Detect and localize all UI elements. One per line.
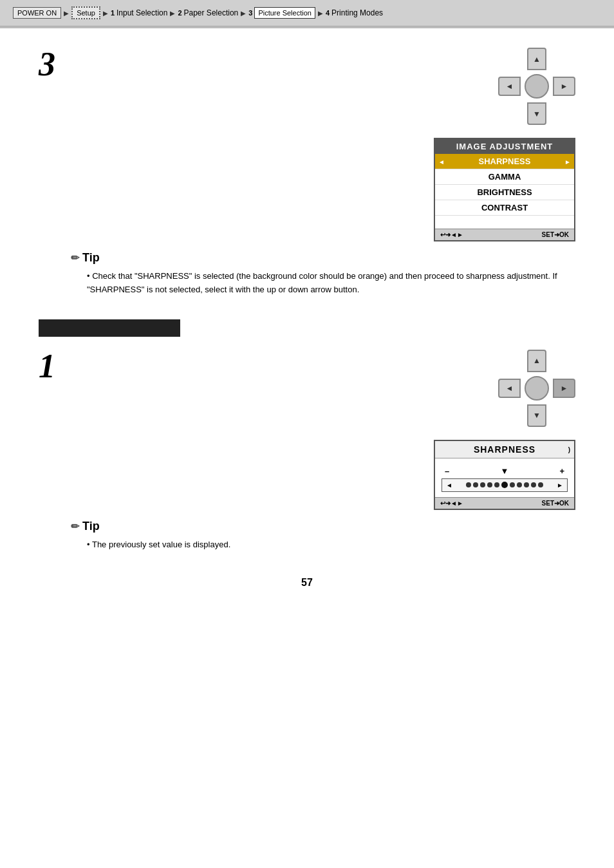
dot-6-active xyxy=(501,482,508,488)
dpad-down-btn[interactable]: ▼ xyxy=(527,102,546,125)
nav-picture-label: Picture Selection xyxy=(254,7,315,19)
scale-left-arrow: ◄ xyxy=(446,482,452,489)
screen3-item-brightness[interactable]: BRIGHTNESS xyxy=(435,185,574,200)
dpad-up-btn[interactable]: ▲ xyxy=(527,48,546,70)
step1-right: ▲ ▼ ◄ ► SHARPNESS xyxy=(434,350,575,510)
dpad1-down-btn[interactable]: ▼ xyxy=(527,404,546,427)
dpad1-right-arrow: ► xyxy=(561,384,568,393)
step3-tip-title: ✏ Tip xyxy=(71,251,575,265)
sharpness-screen-bottom: ↩➜◄► SET➜OK xyxy=(435,497,574,509)
dot-8 xyxy=(517,482,522,487)
sharpness-body: – ▼ + ◄ xyxy=(435,458,574,497)
nav-num-4: 4 xyxy=(326,9,330,17)
tip3-label: Tip xyxy=(82,251,100,265)
dot-5 xyxy=(494,482,499,487)
screen3-item-gamma[interactable]: GAMMA xyxy=(435,169,574,185)
step3-dpad-container: ▲ ▼ ◄ ► xyxy=(498,48,575,125)
step1-dpad: ▲ ▼ ◄ ► xyxy=(498,350,575,427)
step3-left: 3 xyxy=(39,48,421,241)
step1-left: 1 xyxy=(39,350,421,510)
scale-right-arrow: ► xyxy=(557,482,563,489)
tip1-icon: ✏ xyxy=(71,520,79,533)
dot-3 xyxy=(480,482,485,487)
step1-tip-text: The previously set value is displayed. xyxy=(80,538,575,552)
dpad1-up-btn[interactable]: ▲ xyxy=(527,350,546,372)
screen3-bottom: ↩➜◄► SET➜OK xyxy=(435,229,574,240)
step1-sharpness-screen: SHARPNESS ) – ▼ + ◄ xyxy=(434,440,575,510)
step1-tip-title: ✏ Tip xyxy=(71,520,575,533)
nav-input-label: Input Selection xyxy=(116,8,167,17)
screen3-item-contrast[interactable]: CONTRAST xyxy=(435,200,574,216)
dot-7 xyxy=(510,482,515,487)
sharpness-scale-labels: – ▼ + xyxy=(442,466,568,476)
dot-9 xyxy=(524,482,529,487)
screen3-left-arrow: ◄ xyxy=(438,158,445,165)
dpad-up-arrow: ▲ xyxy=(533,55,541,64)
dpad1-up-arrow: ▲ xyxy=(533,356,541,365)
scale-plus-label: + xyxy=(559,466,564,476)
screen3-title: IMAGE ADJUSTMENT xyxy=(435,139,574,154)
nav-power-on: POWER ON xyxy=(13,7,61,19)
nav-arrow-3: ▶ xyxy=(170,10,175,17)
nav-printing-label: Printing Modes xyxy=(331,8,383,17)
dot-11 xyxy=(538,482,543,487)
nav-arrow-1: ▶ xyxy=(64,10,69,17)
dpad-down-arrow: ▼ xyxy=(533,109,541,118)
dpad-right-arrow: ► xyxy=(561,82,568,91)
screen3-spacer xyxy=(435,216,574,229)
nav-printing-modes: 4Printing Modes xyxy=(326,8,383,17)
dpad1-center xyxy=(525,376,549,401)
page-number: 57 xyxy=(39,577,575,601)
dot-4 xyxy=(487,482,492,487)
step1-tip: ✏ Tip The previously set value is displa… xyxy=(71,520,575,552)
nav-setup-label: Setup xyxy=(71,6,100,19)
step3-right: ▲ ▼ ◄ ► IMAGE ADJUSTMENT xyxy=(434,48,575,241)
dpad1-left-btn[interactable]: ◄ xyxy=(498,379,521,398)
nav-paper-selection: 2Paper Selection xyxy=(178,8,238,17)
step3-screen: IMAGE ADJUSTMENT ◄ SHARPNESS ► GAMMA BRI… xyxy=(434,138,575,241)
tip1-label: Tip xyxy=(82,520,100,533)
nav-input-selection: 1Input Selection xyxy=(111,8,168,17)
nav-arrow-4: ▶ xyxy=(241,10,246,17)
navigation-bar: POWER ON ▶ Setup ▶ 1Input Selection ▶ 2P… xyxy=(0,0,614,26)
step3-tip-text: Check that "SHARPNESS" is selected (the … xyxy=(80,270,575,297)
dot-10 xyxy=(531,482,536,487)
step3-dpad: ▲ ▼ ◄ ► xyxy=(498,48,575,125)
scale-marker-label: ▼ xyxy=(500,466,508,476)
label-bar xyxy=(39,319,180,337)
dpad-right-btn[interactable]: ► xyxy=(553,77,575,96)
dpad1-right-btn[interactable]: ► xyxy=(553,379,575,398)
nav-picture-selection: 3Picture Selection xyxy=(248,7,315,19)
step1-section: 1 ▲ ▼ ◄ ► xyxy=(39,350,575,510)
nav-setup: Setup xyxy=(71,6,100,19)
scale-minus-label: – xyxy=(445,466,449,476)
nav-arrow-5: ▶ xyxy=(318,10,323,17)
sharpness-title: SHARPNESS ) xyxy=(435,441,574,458)
dpad1-down-arrow: ▼ xyxy=(533,411,541,420)
main-content: 3 ▲ ▼ ◄ ► xyxy=(0,28,614,621)
sharpness-bottom-right: SET➜OK xyxy=(542,500,569,507)
screen3-right-arrow: ► xyxy=(564,158,571,165)
screen3-bottom-left: ↩➜◄► xyxy=(440,231,463,238)
nav-num-3: 3 xyxy=(248,9,252,17)
dpad-center xyxy=(525,74,549,99)
step3-tip: ✏ Tip Check that "SHARPNESS" is selected… xyxy=(71,251,575,297)
nav-power-on-label: POWER ON xyxy=(13,7,61,19)
nav-num-1: 1 xyxy=(111,9,115,17)
sharpness-title-arrow: ) xyxy=(568,446,571,453)
nav-num-2: 2 xyxy=(178,9,181,17)
dot-1 xyxy=(466,482,471,487)
dpad1-left-arrow: ◄ xyxy=(506,384,514,393)
step3-section: 3 ▲ ▼ ◄ ► xyxy=(39,48,575,241)
sharpness-scale-bar: ◄ xyxy=(442,478,568,492)
dpad-left-btn[interactable]: ◄ xyxy=(498,77,521,96)
step1-dpad-container: ▲ ▼ ◄ ► xyxy=(498,350,575,427)
step3-number: 3 xyxy=(39,48,421,81)
tip3-icon: ✏ xyxy=(71,252,79,264)
dpad-left-arrow: ◄ xyxy=(506,82,514,91)
sharpness-bottom-left: ↩➜◄► xyxy=(440,500,463,507)
nav-paper-label: Paper Selection xyxy=(184,8,239,17)
step1-number: 1 xyxy=(39,350,421,383)
dot-2 xyxy=(473,482,478,487)
screen3-item-sharpness[interactable]: ◄ SHARPNESS ► xyxy=(435,154,574,169)
